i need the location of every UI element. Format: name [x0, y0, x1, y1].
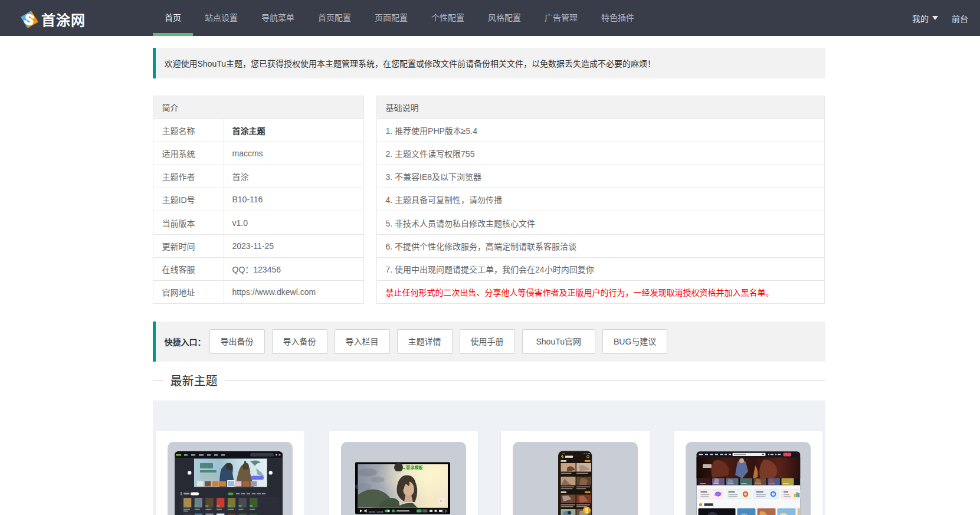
svg-text:00:05 / 24:05: 00:05 / 24:05	[369, 510, 384, 513]
svg-text:S: S	[22, 11, 35, 28]
svg-text:首涂模板: 首涂模板	[406, 464, 424, 470]
